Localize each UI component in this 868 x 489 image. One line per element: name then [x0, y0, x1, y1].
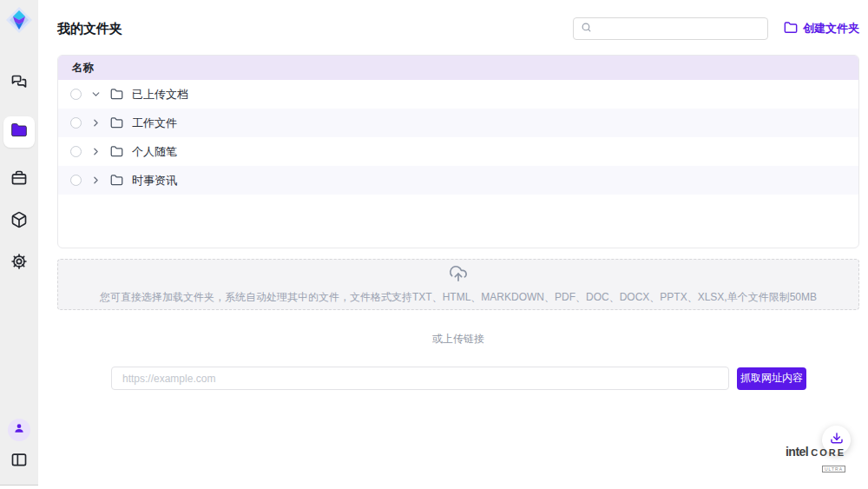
intel-core-logo: intel CORE ULTRA — [786, 445, 845, 474]
search-box[interactable] — [573, 17, 768, 40]
table-header-name: 名称 — [58, 56, 858, 80]
cloud-upload-icon — [449, 264, 468, 287]
sidebar — [0, 0, 38, 485]
intel-sub-badge: ULTRA — [822, 466, 845, 472]
chevron-right-icon[interactable] — [90, 175, 102, 186]
folder-icon — [110, 145, 123, 158]
row-checkbox[interactable] — [70, 146, 82, 157]
main-content: 我的文件夹 创建文件夹 名称 — [38, 0, 868, 489]
sidebar-item-workspace[interactable] — [10, 170, 29, 189]
row-checkbox[interactable] — [70, 89, 82, 100]
cube-icon — [10, 211, 28, 232]
or-upload-link-label: 或上传链接 — [57, 332, 859, 347]
sidebar-item-chat[interactable] — [10, 75, 29, 94]
row-checkbox[interactable] — [70, 175, 82, 186]
create-folder-button[interactable]: 创建文件夹 — [784, 21, 859, 37]
table-row[interactable]: 已上传文档 — [58, 80, 858, 109]
panel-toggle-button[interactable] — [10, 452, 29, 471]
chevron-down-icon[interactable] — [90, 89, 102, 100]
search-icon — [581, 21, 592, 36]
folder-icon — [110, 174, 123, 187]
intel-product-text: CORE — [811, 447, 845, 458]
row-checkbox[interactable] — [70, 117, 82, 129]
folder-name: 工作文件 — [132, 116, 177, 131]
page-title: 我的文件夹 — [57, 21, 122, 37]
briefcase-icon — [10, 169, 28, 190]
folder-name: 已上传文档 — [132, 87, 188, 102]
sidebar-item-folders[interactable] — [3, 116, 35, 148]
table-row[interactable]: 工作文件 — [58, 109, 858, 137]
account-button[interactable] — [8, 419, 30, 441]
upload-dropzone[interactable]: 您可直接选择加载文件夹，系统自动处理其中的文件，文件格式支持TXT、HTML、M… — [57, 259, 859, 310]
chevron-right-icon[interactable] — [90, 146, 102, 157]
user-icon — [13, 422, 25, 438]
folder-icon — [110, 88, 123, 101]
folder-name: 时事资讯 — [132, 173, 177, 188]
gear-icon — [10, 253, 28, 274]
folder-icon — [110, 116, 123, 129]
intel-brand-text: intel — [786, 445, 808, 459]
panel-icon — [10, 451, 28, 472]
search-input[interactable] — [597, 23, 760, 35]
create-folder-label: 创建文件夹 — [803, 21, 859, 36]
chevron-right-icon[interactable] — [90, 117, 102, 129]
app-logo-icon — [4, 5, 34, 35]
upload-description: 您可直接选择加载文件夹，系统自动处理其中的文件，文件格式支持TXT、HTML、M… — [100, 290, 817, 305]
folder-table: 名称 已上传文档 工作文件 — [57, 55, 859, 248]
sidebar-item-settings[interactable] — [10, 254, 29, 273]
folder-plus-icon — [784, 21, 798, 37]
url-upload-row: 抓取网址内容 — [111, 367, 859, 390]
fetch-url-button[interactable]: 抓取网址内容 — [737, 367, 806, 390]
table-row[interactable]: 个人随笔 — [58, 137, 858, 166]
topbar: 我的文件夹 创建文件夹 — [57, 17, 859, 40]
url-input[interactable] — [111, 367, 729, 390]
sidebar-item-apps[interactable] — [10, 212, 29, 231]
folder-name: 个人随笔 — [132, 144, 177, 160]
chat-icon — [10, 74, 28, 95]
table-row[interactable]: 时事资讯 — [58, 166, 858, 195]
folder-icon — [10, 122, 28, 142]
